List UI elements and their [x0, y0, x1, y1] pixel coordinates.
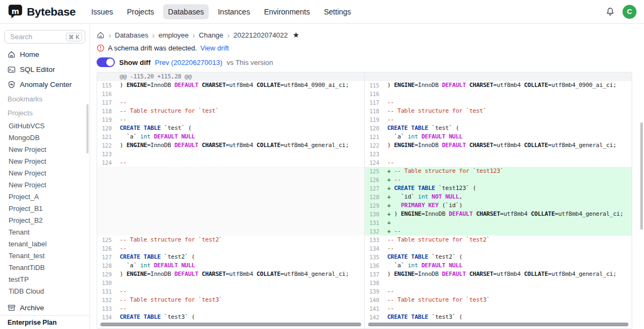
line-number: 139: [365, 287, 383, 296]
breadcrumb-change[interactable]: Change: [199, 31, 224, 39]
star-icon[interactable]: ★: [292, 31, 299, 39]
code-line: -- Table structure for `test`: [383, 107, 632, 115]
sidebar-item-label: Home: [20, 50, 39, 59]
view-drift-link[interactable]: View drift: [200, 44, 229, 52]
diff-line: [97, 227, 364, 236]
sidebar-item-home[interactable]: Home: [0, 47, 90, 62]
project-item[interactable]: tenant_label: [0, 238, 90, 250]
diff-line: 140-- Table structure for `test3`: [365, 296, 632, 304]
topbar-right: C: [605, 5, 636, 19]
show-diff-toggle[interactable]: [97, 57, 115, 67]
sidebar-item-label: Anomaly Center: [20, 81, 72, 89]
prev-version-link[interactable]: Prev (202206270013): [155, 59, 223, 67]
code-line: -- Table structure for `test3`: [383, 296, 632, 304]
home-icon[interactable]: [97, 31, 105, 39]
breadcrumb-databases[interactable]: Databases: [115, 31, 148, 39]
search-input[interactable]: [9, 32, 55, 41]
search-box[interactable]: ⌘ K: [4, 30, 85, 43]
project-item[interactable]: Project_B2: [0, 214, 90, 226]
home-icon: [8, 50, 16, 59]
bell-icon[interactable]: [605, 7, 615, 17]
schema-drift-alert: A schema drift was detected. View drift: [97, 43, 644, 53]
nav-settings[interactable]: Settings: [319, 4, 356, 19]
code-line: + CREATE TABLE `test123` (: [383, 184, 632, 193]
breadcrumb-employee[interactable]: employee: [158, 31, 188, 39]
diff-line: 124--: [97, 158, 364, 167]
diff-line: 124--: [365, 158, 632, 167]
code-line: `a` int DEFAULT NULL: [383, 261, 632, 270]
line-number: [97, 227, 115, 236]
project-item[interactable]: testTP: [0, 273, 90, 285]
diff-line: 122) ENGINE=InnoDB DEFAULT CHARSET=utf8m…: [97, 141, 364, 150]
line-number: 130: [97, 279, 115, 287]
code-line: [383, 279, 632, 287]
sidebar-scrollbar-thumb[interactable]: [86, 104, 89, 153]
diff-line: 141--: [365, 304, 632, 313]
version-compare-text: vs This version: [226, 59, 273, 67]
shield-icon: [8, 81, 16, 89]
diff-line: 126--: [97, 244, 364, 253]
code-line: CREATE TABLE `test2` (: [383, 253, 632, 261]
project-item[interactable]: Tenant: [0, 226, 90, 238]
code-line: --: [383, 158, 632, 167]
line-number: 130: [365, 210, 383, 218]
project-item[interactable]: Project_B1: [0, 202, 90, 214]
line-number: [365, 72, 383, 81]
line-number: [97, 184, 115, 193]
code-line: --: [115, 115, 364, 124]
nav-issues[interactable]: Issues: [86, 4, 118, 19]
line-number: [97, 167, 115, 176]
code-line: -- Table structure for `test2`: [383, 236, 632, 244]
project-item[interactable]: Project_A: [0, 191, 90, 202]
nav-databases[interactable]: Databases: [163, 4, 209, 19]
sidebar-item-anomaly-center[interactable]: Anomaly Center: [0, 77, 90, 92]
project-item[interactable]: TiDB Cloud: [0, 285, 90, 297]
main-content: › Databases › employee › Change › 202212…: [90, 24, 644, 329]
line-number: 138: [365, 279, 383, 287]
diff-line: 131--: [97, 287, 364, 296]
project-item[interactable]: New Project: [0, 155, 90, 167]
project-item[interactable]: TenantTiDB: [0, 261, 90, 273]
diff-line: 121 `a` int DEFAULT NULL: [365, 133, 632, 141]
line-number: 120: [97, 124, 115, 133]
project-item[interactable]: New Project: [0, 167, 90, 179]
bytebase-logo[interactable]: m Bytebase: [8, 4, 76, 19]
horizontal-scrollbar-right[interactable]: [368, 323, 629, 326]
nav-instances[interactable]: Instances: [213, 4, 255, 19]
diff-line: 121 `a` int DEFAULT NULL: [97, 133, 364, 141]
nav-projects[interactable]: Projects: [122, 4, 159, 19]
sidebar-item-archive[interactable]: Archive: [0, 300, 90, 315]
line-number: [97, 218, 115, 227]
diff-line: [97, 210, 364, 218]
code-line: + --: [383, 227, 632, 236]
code-line: `a` int DEFAULT NULL: [115, 133, 364, 141]
line-number: 116: [365, 90, 383, 98]
diff-line: 133--: [97, 304, 364, 313]
project-item[interactable]: MongoDB: [0, 131, 90, 143]
diff-line: 130: [97, 279, 364, 287]
code-line: CREATE TABLE `test3` (: [115, 313, 364, 321]
code-line: ) ENGINE=InnoDB DEFAULT CHARSET=utf8mb4 …: [383, 270, 632, 279]
project-item[interactable]: Tenant_test: [0, 250, 90, 261]
diff-line: [97, 218, 364, 227]
line-number: 119: [365, 115, 383, 124]
code-line: [115, 218, 364, 227]
line-number: 133: [365, 236, 383, 244]
nav-environments[interactable]: Environments: [259, 4, 315, 19]
sidebar-item-sql-editor[interactable]: SQL Editor: [0, 62, 90, 77]
line-number: 135: [365, 253, 383, 261]
line-number: 116: [97, 90, 115, 98]
line-number: 117: [365, 98, 383, 107]
horizontal-scrollbar-left[interactable]: [100, 323, 361, 326]
project-item[interactable]: GitHubVCS: [0, 120, 90, 131]
code-line: [383, 72, 632, 81]
page-scrollbar-thumb[interactable]: [640, 122, 643, 230]
diff-line: 118-- Table structure for `test`: [365, 107, 632, 115]
user-avatar[interactable]: C: [623, 5, 636, 19]
project-item[interactable]: New Project: [0, 179, 90, 191]
line-number: 126: [365, 176, 383, 184]
project-item[interactable]: New Project: [0, 143, 90, 155]
line-number: 118: [97, 107, 115, 115]
diff-hunk-line: [365, 72, 632, 81]
diff-line: 126+ --: [365, 176, 632, 184]
